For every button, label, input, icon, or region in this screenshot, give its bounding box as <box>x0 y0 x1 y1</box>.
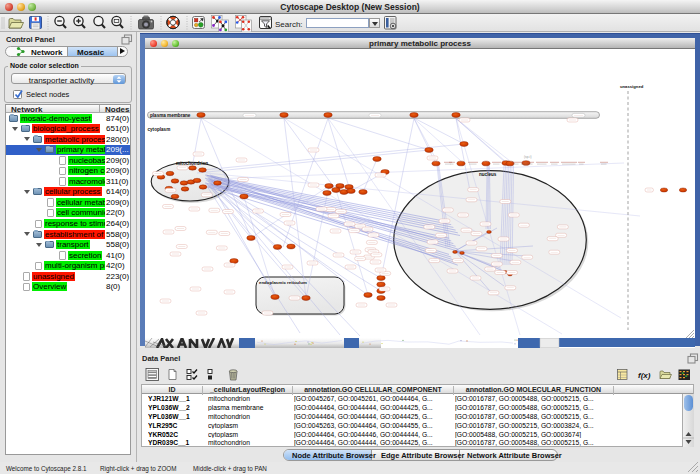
svg-text:cytoplasm: cytoplasm <box>148 127 171 132</box>
svg-text:f(x): f(x) <box>638 371 651 380</box>
svg-text:mitochondrion: mitochondrion <box>176 161 208 166</box>
svg-text:endoplasmic reticulum: endoplasmic reticulum <box>259 280 307 285</box>
svg-text:nucleus: nucleus <box>479 172 497 177</box>
svg-text:(sp-t): (sp-t) <box>524 155 531 159</box>
svg-text:unassigned: unassigned <box>620 84 644 89</box>
svg-text:plasma membrane: plasma membrane <box>150 113 191 118</box>
